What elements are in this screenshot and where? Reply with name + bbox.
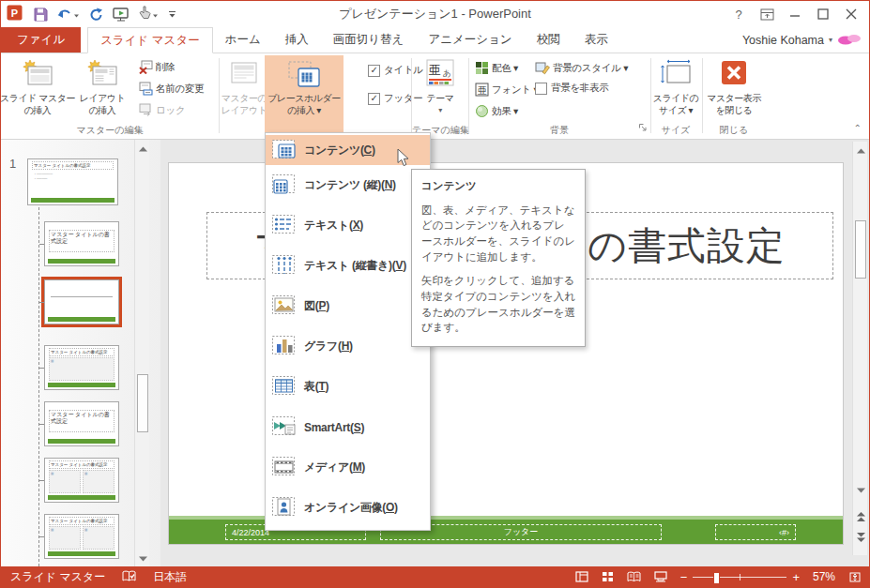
close-icon[interactable] — [839, 5, 863, 23]
slide-size-button[interactable]: スライドの サイズ ▾ — [653, 55, 698, 125]
reading-view-icon[interactable] — [627, 571, 641, 582]
tooltip-paragraph: 図、表、メディア、テキストなどのコンテンツを入れるプレースホルダーを、スライドの… — [421, 203, 575, 265]
help-icon[interactable]: ? — [726, 5, 751, 23]
svg-text:P: P — [11, 8, 18, 19]
insert-placeholder-button[interactable]: プレースホルダー の挿入 ▾ — [265, 55, 343, 136]
zoom-slider[interactable]: − + — [680, 570, 800, 584]
menu-item-label: テキスト (縦書き)(V) — [304, 258, 406, 274]
fit-to-window-icon[interactable] — [848, 571, 862, 583]
thumbnail-blank-2[interactable] — [44, 279, 119, 324]
status-bar: スライド マスター 日本語 − + 57% — [1, 566, 869, 587]
insert-layout-button[interactable]: レイアウト の挿入 — [72, 55, 132, 125]
rename-button[interactable]: 名前の変更 — [138, 80, 204, 98]
tab-1[interactable]: ホーム — [213, 27, 273, 53]
tooltip-paragraph: 矢印をクリックして、追加する特定タイプのコンテンツを入れるためのプレースホルダー… — [421, 273, 575, 336]
scroll-up-icon[interactable] — [854, 143, 867, 158]
editor-scrollbar[interactable] — [852, 142, 867, 555]
tab-2[interactable]: 挿入 — [273, 27, 321, 53]
touch-mode-icon[interactable] — [139, 6, 159, 23]
zoom-percentage[interactable]: 57% — [813, 570, 835, 583]
background-styles-button[interactable]: 背景のスタイル ▾ — [535, 59, 628, 78]
menu-item-4[interactable]: 図(P) — [266, 286, 430, 326]
effects-button[interactable]: 効果 ▾ — [475, 102, 518, 121]
dialog-launcher-icon[interactable] — [638, 119, 648, 136]
menu-item-2[interactable]: テキスト(X) — [266, 205, 430, 246]
close-master-view-button[interactable]: マスター表示 を閉じる — [704, 55, 764, 125]
mouse-cursor — [397, 148, 410, 171]
svg-text:あ: あ — [443, 68, 451, 78]
tab-5[interactable]: 校閲 — [525, 27, 572, 53]
menu-item-3[interactable]: テキスト (縦書き)(V) — [266, 246, 430, 286]
slidenumber-placeholder[interactable]: ‹#› — [715, 524, 796, 540]
fonts-button[interactable]: 亜 フォント ▾ — [475, 81, 538, 99]
group-size: スライドの サイズ ▾ サイズ — [651, 53, 700, 138]
save-icon[interactable] — [34, 8, 48, 22]
ribbon-display-options-icon[interactable] — [755, 5, 779, 23]
thumbnail-two-6[interactable]: マスター タイトルの書式設定▦▦ — [44, 514, 119, 559]
zoom-in-icon[interactable]: + — [792, 570, 800, 584]
menu-item-label: コンテンツ (縦)(N) — [304, 177, 396, 193]
slide-number-label: 1 — [9, 157, 16, 171]
menu-item-7[interactable]: SmartArt(S) — [266, 407, 430, 447]
powerpoint-logo-icon: P — [7, 4, 24, 25]
menu-item-5[interactable]: グラフ(H) — [266, 326, 430, 367]
thumbnail-scrollbar[interactable] — [134, 140, 149, 568]
thumbnail-title-1[interactable]: マスター タイトルの書 式設定 — [44, 221, 119, 266]
group-close: マスター表示 を閉じる 閉じる — [703, 53, 765, 138]
online-image-icon — [271, 495, 297, 520]
collapse-ribbon-icon[interactable]: ⌃ — [854, 123, 862, 133]
hide-background-checkbox[interactable]: 背景を非表示 — [535, 82, 608, 95]
menu-item-label: テキスト(X) — [304, 218, 363, 234]
theme-fonts-icon: 亜 — [475, 83, 489, 98]
next-slide-icon[interactable] — [854, 530, 867, 545]
thumbnail-two-5[interactable]: マスター タイトルの書式設定▦▦ — [44, 458, 119, 503]
zoom-out-icon[interactable]: − — [680, 570, 688, 584]
menu-item-8[interactable]: メディア(M) — [266, 447, 430, 488]
previous-slide-icon[interactable] — [854, 509, 867, 524]
tooltip-title: コンテンツ — [421, 178, 575, 194]
insert-slide-master-icon — [21, 57, 54, 91]
normal-view-icon[interactable] — [575, 571, 588, 582]
maximize-icon[interactable] — [811, 5, 835, 23]
menu-item-label: SmartArt(S) — [304, 421, 364, 434]
menu-item-1[interactable]: コンテンツ (縦)(N) — [266, 165, 430, 205]
menu-item-9[interactable]: オンライン画像(O) — [266, 488, 430, 528]
proofing-icon[interactable] — [122, 570, 136, 583]
customize-qat-icon[interactable] — [168, 9, 176, 20]
svg-text:亜: 亜 — [478, 84, 487, 95]
thumbnail-content-3[interactable]: マスター タイトルの書式設定▦ — [44, 345, 119, 390]
scroll-up-icon[interactable] — [136, 142, 149, 157]
tab-6[interactable]: 表示 — [572, 27, 620, 53]
tab-3[interactable]: 画面切り替え — [321, 27, 417, 53]
master-layout-button: マスターの レイアウト — [222, 55, 266, 125]
scroll-down-icon[interactable] — [854, 483, 867, 498]
ribbon-tab-row: ファイル スライド マスターホーム挿入画面切り替えアニメーション校閲表示 Yos… — [1, 27, 869, 53]
themes-button[interactable]: 亜あ テーマ ▾ — [417, 55, 464, 125]
view-status-label[interactable]: スライド マスター — [10, 569, 105, 585]
menu-item-6[interactable]: 表(T) — [266, 367, 430, 407]
minimize-icon[interactable] — [783, 5, 807, 23]
zoom-slider-handle[interactable] — [713, 572, 720, 584]
group-background: 配色 ▾ 亜 フォント ▾ 効果 ▾ 背景のスタイル ▾ 背景を非表示 背景 — [469, 53, 649, 138]
tab-4[interactable]: アニメーション — [416, 27, 524, 53]
language-label[interactable]: 日本語 — [153, 569, 187, 585]
undo-icon[interactable] — [57, 6, 80, 23]
tab-file[interactable]: ファイル — [1, 27, 81, 53]
thumbnail-master-0[interactable]: マスター タイトルの書式設定・──────・──── — [27, 158, 118, 205]
slide-sorter-icon[interactable] — [602, 571, 614, 582]
thumbnail-title-4[interactable]: マスター タイトルの書 式設定 — [44, 401, 119, 446]
account-menu[interactable]: Yoshie Kohama ▾ — [742, 27, 869, 53]
insert-placeholder-icon — [287, 57, 321, 91]
delete-button[interactable]: 削除 — [138, 58, 175, 77]
scroll-down-icon[interactable] — [136, 551, 149, 566]
insert-slide-master-button[interactable]: スライド マスター の挿入 — [5, 55, 70, 125]
tooltip: コンテンツ 図、表、メディア、テキストなどのコンテンツを入れるプレースホルダーを… — [411, 169, 586, 347]
start-slideshow-icon[interactable] — [113, 8, 130, 22]
redo-icon[interactable] — [89, 8, 103, 21]
tab-0[interactable]: スライド マスター — [87, 27, 213, 53]
menu-item-label: オンライン画像(O) — [304, 500, 398, 516]
text-vertical-icon — [271, 253, 297, 279]
slideshow-icon[interactable] — [654, 571, 667, 582]
colors-button[interactable]: 配色 ▾ — [475, 59, 518, 78]
account-name: Yoshie Kohama — [742, 34, 824, 47]
